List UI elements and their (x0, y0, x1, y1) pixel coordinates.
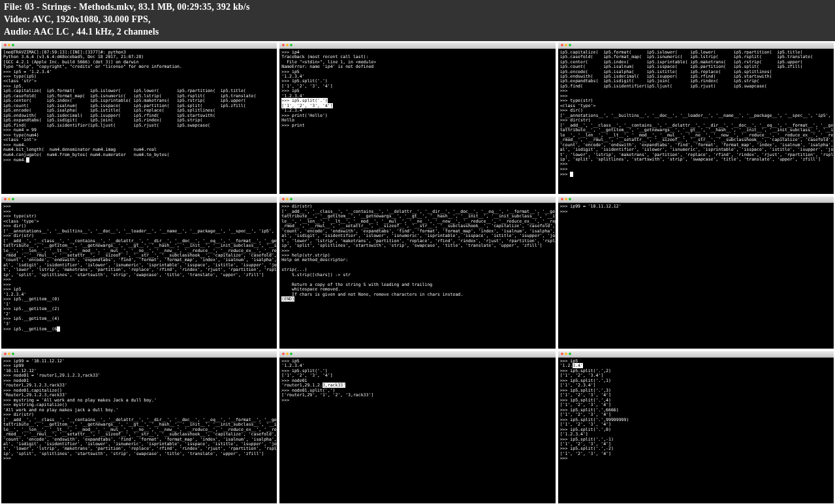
media-info-header: File: 03 - Strings - Methods.mkv, 83.1 M… (0, 0, 835, 41)
terminal-output: >>> >>> >>> type(str) <class 'type'> >>>… (1, 203, 277, 349)
window-titlebar (558, 197, 834, 203)
terminal-output: >>> ip4 Traceback (most recent call last… (279, 49, 555, 195)
window-titlebar (279, 351, 555, 358)
frame-6: >>> ip99 = '10.11.12.12' >>> (557, 195, 835, 350)
window-titlebar (558, 351, 834, 358)
frame-3: ip5.capitalize( ip5.format( ip5.islower(… (557, 41, 835, 196)
window-titlebar (279, 42, 555, 49)
cursor-icon (26, 157, 29, 163)
window-titlebar (1, 197, 277, 203)
thumbnail-grid: [me@TRAVZIMAC]:[07:59:13]:[INE]:[3377]#:… (0, 41, 835, 504)
audio-info-line: Audio: AAC LC , 44.1 kHz, 2 channels (4, 26, 831, 39)
frame-2: >>> ip4 Traceback (most recent call last… (278, 41, 556, 196)
file-info-line: File: 03 - Strings - Methods.mkv, 83.1 M… (4, 1, 831, 14)
cursor-icon (570, 172, 573, 177)
frame-1: [me@TRAVZIMAC]:[07:59:13]:[INE]:[3377]#:… (0, 41, 278, 196)
terminal-output: >>> dir(str) ['__add__', '__class__', '_… (279, 203, 555, 349)
window-titlebar (279, 197, 555, 203)
terminal-output: >>> ip99 = '10.11.12.12' >>> ip99 '10.11… (1, 358, 277, 503)
frame-5: >>> dir(str) ['__add__', '__class__', '_… (278, 195, 556, 350)
terminal-output: >>> ip5 '1.2.3.4' >>> ip5.split('.',2) [… (558, 358, 834, 503)
cursor-icon (57, 326, 60, 332)
video-info-line: Video: AVC, 1920x1080, 30.000 FPS, (4, 14, 831, 26)
pager-end-marker: (END) (281, 296, 294, 302)
terminal-output: >>> ip99 = '10.11.12.12' >>> (558, 203, 834, 349)
highlighted-text: >>> ip5.split('.') ['1', '2', '3', '4'] (281, 98, 332, 108)
terminal-output: [me@TRAVZIMAC]:[07:59:13]:[INE]:[3377]#:… (1, 49, 277, 195)
terminal-output: >>> ip5 '1.2.3.4' >>> ip5.split('.') ['1… (279, 358, 555, 503)
frame-9: >>> ip5 '1.2.3.4' >>> ip5.split('.',2) [… (557, 350, 835, 504)
window-titlebar (558, 42, 834, 49)
window-titlebar (1, 42, 277, 49)
window-titlebar (1, 351, 277, 358)
terminal-output: ip5.capitalize( ip5.format( ip5.islower(… (558, 49, 834, 195)
frame-4: >>> >>> >>> type(str) <class 'type'> >>>… (0, 195, 278, 350)
frame-7: >>> ip99 = '10.11.12.12' >>> ip99 '10.11… (0, 350, 278, 504)
frame-8: >>> ip5 '1.2.3.4' >>> ip5.split('.') ['1… (278, 350, 556, 504)
